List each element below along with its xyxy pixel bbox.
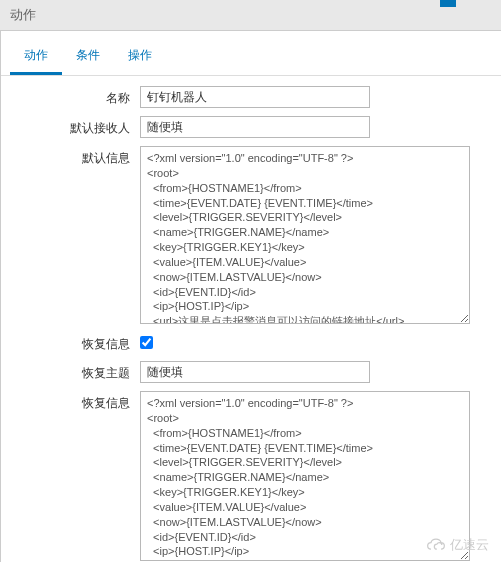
recipient-input[interactable] xyxy=(140,116,370,138)
page-title: 动作 xyxy=(10,7,36,22)
tab-action[interactable]: 动作 xyxy=(10,39,62,75)
recovery-subject-label: 恢复主题 xyxy=(10,361,140,382)
recovery-msg-label: 恢复信息 xyxy=(10,391,140,412)
tab-condition[interactable]: 条件 xyxy=(62,39,114,75)
recovery-info-checkbox[interactable] xyxy=(140,336,153,349)
cloud-icon xyxy=(426,538,446,552)
tab-bar: 动作 条件 操作 xyxy=(0,39,501,76)
recovery-info-label: 恢复信息 xyxy=(10,332,140,353)
form: 名称 默认接收人 默认信息 恢复信息 恢复主题 恢复信息 xyxy=(0,76,501,562)
header-indicator xyxy=(440,0,456,7)
recovery-subject-input[interactable] xyxy=(140,361,370,383)
name-label: 名称 xyxy=(10,86,140,107)
info-textarea[interactable] xyxy=(140,146,470,324)
recipient-label: 默认接收人 xyxy=(10,116,140,137)
info-label: 默认信息 xyxy=(10,146,140,167)
watermark: 亿速云 xyxy=(426,536,489,554)
recovery-msg-textarea[interactable] xyxy=(140,391,470,561)
name-input[interactable] xyxy=(140,86,370,108)
page-header: 动作 xyxy=(0,0,501,31)
tab-operation[interactable]: 操作 xyxy=(114,39,166,75)
watermark-text: 亿速云 xyxy=(450,536,489,554)
